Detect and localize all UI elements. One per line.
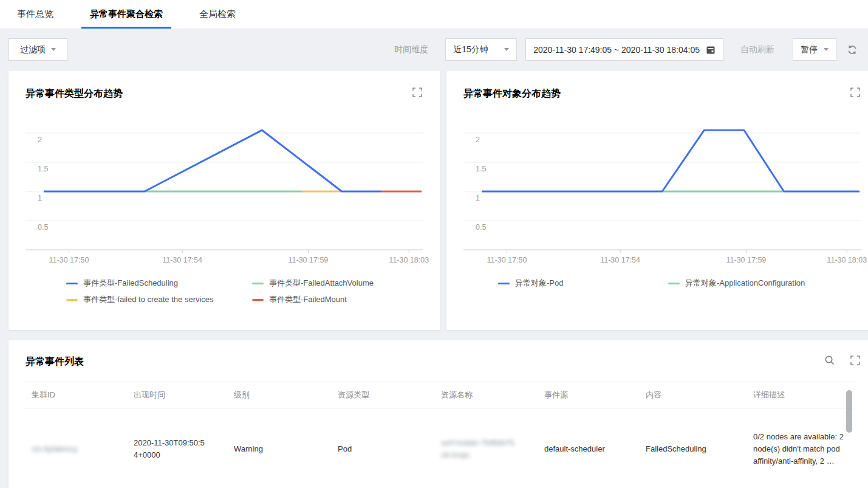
legend-item[interactable]: 异常对象-ApplicationConfiguration: [668, 278, 861, 289]
date-range-picker[interactable]: 2020-11-30 17:49:05 ~ 2020-11-30 18:04:0…: [525, 38, 723, 61]
svg-text:1: 1: [476, 194, 480, 202]
svg-text:1: 1: [38, 194, 42, 202]
svg-text:11-30 17:54: 11-30 17:54: [600, 256, 640, 264]
column-header-description: 详细描述: [745, 382, 855, 408]
chevron-down-icon: [504, 48, 509, 51]
calendar-icon: [706, 45, 716, 55]
fullscreen-icon[interactable]: [850, 87, 861, 98]
page: { "tabs": { "items": [ { "label": "事件总览"…: [0, 0, 868, 488]
chart-card-event-object: 异常事件对象分布趋势 21.510.511-30 17:5011-30 17:5…: [446, 71, 868, 330]
cell-event-source: default-scheduler: [536, 408, 637, 488]
legend-label: 事件类型-failed to create the services: [83, 294, 214, 305]
column-header-resource-type: 资源类型: [329, 382, 432, 408]
cell-resource-name: serf-holder-7bf6bb75c6-trxqn: [432, 408, 536, 488]
legend-label: 事件类型-FailedMount: [269, 294, 347, 305]
legend-item[interactable]: 异常对象-Pod: [498, 278, 668, 289]
svg-text:2: 2: [38, 136, 42, 144]
filter-options-button[interactable]: 过滤项: [9, 38, 67, 61]
tab-bar: 事件总览 异常事件聚合检索 全局检索: [0, 0, 868, 29]
legend-item[interactable]: 事件类型-FailedAttachVolume: [252, 278, 423, 289]
chart-legend-event-object: 异常对象-Pod异常对象-ApplicationConfiguration: [463, 278, 861, 289]
pause-select[interactable]: 暂停: [793, 38, 836, 61]
legend-label: 异常对象-Pod: [515, 278, 563, 289]
column-header-level: 级别: [225, 382, 329, 408]
column-header-resource-name: 资源名称: [432, 382, 536, 408]
charts-row: 异常事件类型分布趋势 21.510.511-30 17:5011-30 17:5…: [9, 71, 868, 330]
svg-text:11-30 17:59: 11-30 17:59: [289, 256, 329, 264]
svg-text:11-30 18:03: 11-30 18:03: [827, 256, 867, 264]
time-range-value: 近15分钟: [453, 44, 488, 55]
table-row[interactable]: cls-8yfabmcy 2020-11-30T09:50:54+0000 Wa…: [23, 408, 855, 488]
tab-abnormal-event-aggregate-search[interactable]: 异常事件聚合检索: [81, 0, 171, 29]
chart-legend-event-type: 事件类型-FailedScheduling事件类型-FailedAttachVo…: [26, 278, 423, 305]
line-chart-event-object: 21.510.511-30 17:5011-30 17:5411-30 17:5…: [463, 120, 861, 268]
chevron-down-icon: [824, 48, 829, 51]
legend-item[interactable]: 事件类型-FailedMount: [252, 294, 423, 305]
time-dimension-label: 时间维度: [394, 44, 428, 55]
legend-color-marker: [498, 283, 510, 284]
event-list-title: 异常事件列表: [26, 355, 84, 368]
legend-color-marker: [252, 299, 264, 301]
search-icon[interactable]: [824, 355, 835, 366]
legend-item[interactable]: 事件类型-failed to create the services: [66, 294, 252, 305]
date-range-value: 2020-11-30 17:49:05 ~ 2020-11-30 18:04:0…: [533, 45, 700, 55]
cell-description: 0/2 nodes are available: 2 node(s) didn'…: [745, 408, 855, 488]
svg-text:0.5: 0.5: [38, 223, 48, 232]
legend-color-marker: [66, 299, 78, 301]
svg-text:11-30 17:50: 11-30 17:50: [487, 256, 527, 264]
legend-color-marker: [252, 283, 264, 284]
svg-text:2: 2: [476, 136, 480, 144]
svg-text:1.5: 1.5: [476, 165, 486, 173]
svg-text:0.5: 0.5: [476, 223, 486, 232]
auto-refresh-label: 自动刷新: [740, 44, 774, 55]
chart-title-event-object: 异常事件对象分布趋势: [463, 87, 561, 100]
column-header-occurred-time: 出现时间: [125, 382, 225, 408]
svg-text:11-30 17:54: 11-30 17:54: [162, 256, 202, 264]
tab-event-overview[interactable]: 事件总览: [9, 0, 62, 29]
column-header-event-source: 事件源: [536, 382, 637, 408]
cell-level: Warning: [225, 408, 329, 488]
svg-text:1.5: 1.5: [38, 165, 48, 173]
chart-card-event-type: 异常事件类型分布趋势 21.510.511-30 17:5011-30 17:5…: [9, 71, 440, 330]
cell-occurred-time: 2020-11-30T09:50:54+0000: [125, 408, 225, 488]
fullscreen-icon[interactable]: [850, 355, 861, 366]
legend-item[interactable]: 事件类型-FailedScheduling: [66, 278, 252, 289]
tab-global-search[interactable]: 全局检索: [191, 0, 244, 29]
legend-color-marker: [66, 283, 78, 284]
time-range-select[interactable]: 近15分钟: [445, 38, 517, 61]
legend-label: 事件类型-FailedAttachVolume: [269, 278, 374, 289]
cell-content: FailedScheduling: [637, 408, 745, 488]
event-table: 集群ID 出现时间 级别 资源类型 资源名称 事件源 内容 详细描述 cls-8…: [23, 382, 855, 488]
svg-text:11-30 17:50: 11-30 17:50: [49, 256, 89, 264]
chart-title-event-type: 异常事件类型分布趋势: [26, 87, 123, 100]
legend-label: 异常对象-ApplicationConfiguration: [685, 278, 805, 289]
column-header-cluster-id: 集群ID: [23, 382, 125, 408]
legend-label: 事件类型-FailedScheduling: [83, 278, 178, 289]
legend-color-marker: [668, 283, 680, 284]
fullscreen-icon[interactable]: [412, 87, 423, 98]
pause-value: 暂停: [801, 44, 818, 55]
filter-options-label: 过滤项: [20, 44, 46, 55]
svg-text:11-30 17:59: 11-30 17:59: [726, 256, 767, 264]
event-list-card: 异常事件列表 集群ID 出现时间 级别 资源类型: [9, 340, 868, 488]
cell-resource-type: Pod: [329, 408, 432, 488]
chevron-down-icon: [51, 48, 56, 51]
column-header-content: 内容: [637, 382, 745, 408]
filter-bar: 过滤项 时间维度 近15分钟 2020-11-30 17:49:05 ~ 202…: [0, 29, 868, 61]
line-chart-event-type: 21.510.511-30 17:5011-30 17:5411-30 17:5…: [26, 120, 423, 268]
cell-cluster-id: cls-8yfabmcy: [23, 408, 125, 488]
refresh-icon[interactable]: [845, 43, 859, 57]
svg-text:11-30 18:03: 11-30 18:03: [389, 256, 429, 264]
table-scrollbar[interactable]: [846, 390, 852, 433]
table-header-row: 集群ID 出现时间 级别 资源类型 资源名称 事件源 内容 详细描述: [23, 382, 855, 408]
